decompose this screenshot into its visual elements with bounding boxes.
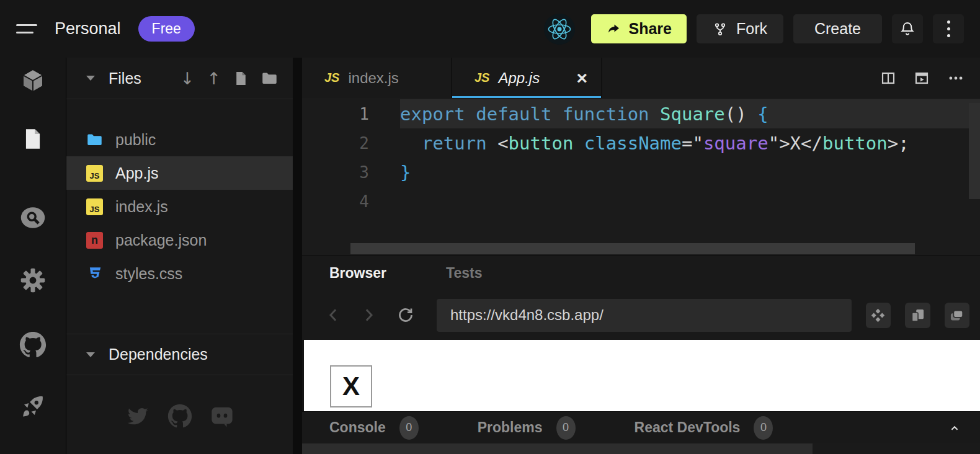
refresh-icon[interactable] (396, 306, 415, 324)
share-button[interactable]: Share (591, 14, 686, 43)
code-line-1[interactable]: 1 export default function Square() { (302, 99, 980, 128)
create-button[interactable]: Create (793, 14, 882, 43)
console-count-badge: 0 (399, 416, 419, 440)
deploy-rocket-icon[interactable] (19, 392, 47, 421)
more-options-icon[interactable] (948, 70, 964, 86)
react-devtools-tab[interactable]: React DevTools 0 (635, 416, 773, 440)
new-folder-icon[interactable] (261, 70, 278, 87)
console-tab[interactable]: Console 0 (329, 416, 419, 440)
code-text: } (400, 158, 980, 187)
top-bar-left: Personal Free (16, 16, 544, 42)
line-number: 2 (302, 128, 400, 158)
files-panel-header: Files ↓ ↑ (66, 58, 293, 99)
plan-badge: Free (138, 16, 195, 42)
browser-panel: Browser Tests X (302, 255, 980, 411)
new-file-icon[interactable] (233, 71, 249, 86)
dependencies-header[interactable]: Dependencies (66, 334, 293, 375)
code-lines: 1 export default function Square() { 2 r… (302, 98, 980, 216)
js-tab-icon: JS (324, 71, 339, 85)
file-row-styles-css[interactable]: styles.css (66, 257, 293, 290)
problems-label: Problems (478, 419, 543, 436)
browser-nav-bar (302, 290, 980, 340)
activity-bar (0, 58, 66, 454)
react-devtools-label: React DevTools (635, 419, 741, 436)
github-link-icon[interactable] (167, 404, 192, 431)
js-file-icon: JS (86, 165, 103, 182)
code-line-4[interactable]: 4 (302, 187, 980, 216)
files-panel: Files ↓ ↑ public JS App.js JS (66, 58, 293, 454)
code-line-2[interactable]: 2 return <button className="square">X</b… (302, 128, 980, 158)
problems-tab[interactable]: Problems 0 (478, 416, 576, 440)
main-area: JS index.js JS App.js × 1 (302, 58, 980, 454)
notifications-button[interactable] (892, 14, 923, 43)
workbench-body: Files ↓ ↑ public JS App.js JS (0, 58, 980, 454)
open-preview-window-icon[interactable] (905, 303, 930, 328)
files-panel-title: Files (109, 69, 141, 87)
console-label: Console (329, 419, 386, 436)
vertical-scrollbar[interactable] (969, 103, 980, 199)
square-button[interactable]: X (330, 365, 372, 407)
menu-icon[interactable] (16, 24, 37, 33)
back-icon[interactable] (324, 306, 343, 324)
npm-file-icon: n (86, 232, 103, 249)
tab-app-js[interactable]: JS App.js × (452, 58, 602, 98)
duplicate-preview-icon[interactable] (945, 303, 969, 328)
sandbox-cube-icon[interactable] (19, 66, 47, 95)
social-links (66, 375, 293, 454)
share-arrow-icon (606, 22, 621, 37)
file-name: package.json (115, 231, 207, 249)
forward-icon[interactable] (359, 306, 378, 324)
preview-window-icon[interactable] (914, 71, 929, 86)
tab-index-js[interactable]: JS index.js (302, 58, 452, 98)
panel-resizer[interactable] (293, 58, 302, 454)
editor-tab-bar: JS index.js JS App.js × (302, 58, 980, 98)
discord-icon[interactable] (210, 404, 234, 431)
close-tab-icon[interactable]: × (576, 69, 587, 87)
file-row-index-js[interactable]: JS index.js (66, 190, 293, 223)
explorer-file-icon[interactable] (19, 125, 47, 153)
split-view-icon[interactable] (881, 71, 896, 86)
tab-browser[interactable]: Browser (329, 265, 386, 282)
tab-tests[interactable]: Tests (446, 265, 482, 282)
share-label: Share (628, 20, 671, 38)
code-text: return <button className="square">X</but… (400, 128, 980, 158)
code-text (400, 187, 980, 216)
responsive-mode-icon[interactable] (866, 303, 891, 328)
editor-actions (881, 58, 980, 98)
code-editor[interactable]: 1 export default function Square() { 2 r… (302, 98, 980, 255)
chevron-down-icon[interactable] (86, 76, 95, 81)
browser-tab-bar: Browser Tests (302, 255, 980, 290)
github-icon[interactable] (19, 331, 47, 359)
workspace-button[interactable]: Personal (55, 19, 121, 38)
create-label: Create (814, 20, 861, 38)
fork-icon (713, 22, 728, 37)
file-row-app-js[interactable]: JS App.js (66, 156, 293, 190)
folder-icon (86, 131, 103, 148)
url-input[interactable] (437, 299, 852, 332)
problems-count-badge: 0 (556, 416, 576, 440)
more-menu-button[interactable] (933, 14, 964, 43)
download-icon[interactable]: ↓ (180, 69, 195, 88)
tab-label: index.js (348, 69, 398, 87)
settings-gear-icon[interactable] (19, 266, 47, 295)
line-number: 3 (302, 158, 400, 187)
line-number: 1 (302, 99, 400, 128)
react-devtools-count-badge: 0 (754, 416, 773, 440)
css-file-icon (86, 265, 103, 282)
fork-button[interactable]: Fork (697, 14, 783, 43)
search-icon[interactable] (19, 203, 47, 232)
file-row-package-json[interactable]: n package.json (66, 223, 293, 257)
code-line-3[interactable]: 3 } (302, 158, 980, 187)
file-row-public[interactable]: public (66, 123, 293, 156)
upload-icon[interactable]: ↑ (207, 69, 221, 88)
js-file-icon: JS (86, 198, 103, 215)
bottom-scrollbar-thumb[interactable] (302, 443, 813, 454)
tab-label: App.js (498, 69, 540, 87)
kebab-menu-icon (947, 20, 950, 37)
top-bar-right: Share Fork Create (544, 14, 964, 45)
file-name: App.js (115, 164, 158, 182)
horizontal-scrollbar[interactable] (350, 243, 915, 254)
twitter-icon[interactable] (125, 404, 150, 431)
file-name: public (115, 131, 156, 149)
expand-devtools-icon[interactable] (948, 421, 961, 435)
